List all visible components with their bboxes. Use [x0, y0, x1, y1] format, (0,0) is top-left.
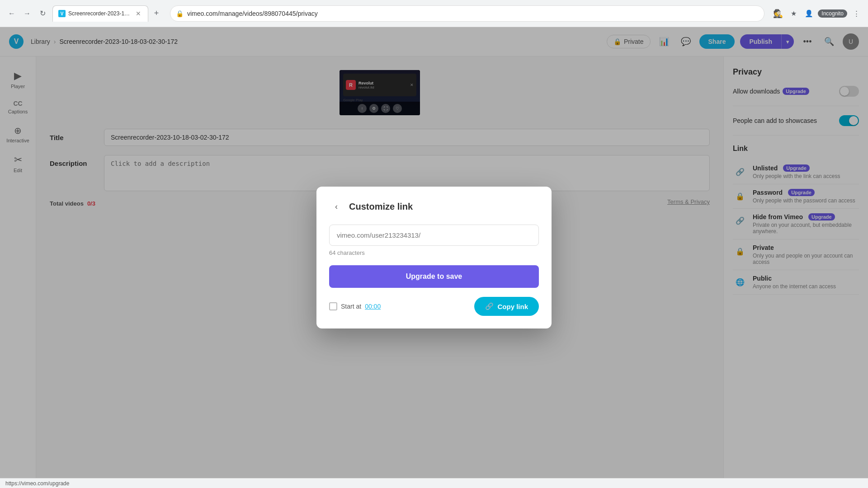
modal-header: ‹ Customize link — [329, 199, 539, 214]
reload-button[interactable]: ↻ — [36, 7, 49, 20]
customize-link-input[interactable] — [329, 225, 539, 246]
start-at-label: Start at — [341, 303, 361, 310]
upgrade-to-save-button[interactable]: Upgrade to save — [329, 265, 539, 288]
address-bar-container: 🔒 — [170, 5, 764, 22]
modal-title: Customize link — [349, 202, 413, 212]
back-chevron-icon: ‹ — [335, 202, 338, 211]
more-browser-button[interactable]: ⋮ — [850, 7, 863, 20]
tab-bar: V Screenrecorder-2023-10-18-03 ✕ + — [52, 5, 163, 22]
start-time-link[interactable]: 00:00 — [365, 303, 381, 310]
lock-icon: 🔒 — [176, 10, 184, 17]
browser-chrome: ← → ↻ V Screenrecorder-2023-10-18-03 ✕ +… — [0, 0, 868, 27]
modal-overlay[interactable]: ‹ Customize link 64 characters Upgrade t… — [0, 27, 868, 488]
status-bar-url: https://vimeo.com/upgrade — [5, 480, 69, 487]
tab-close-button[interactable]: ✕ — [134, 9, 142, 18]
bookmark-button[interactable]: ★ — [787, 7, 800, 20]
active-tab[interactable]: V Screenrecorder-2023-10-18-03 ✕ — [52, 5, 148, 22]
forward-button[interactable]: → — [21, 7, 33, 20]
incognito-badge: Incognito — [818, 9, 847, 18]
address-bar-input[interactable] — [187, 10, 759, 17]
browser-profile-button[interactable]: 👤 — [802, 7, 815, 20]
app: V Library › Screenrecorder-2023-10-18-03… — [0, 27, 868, 488]
incognito-icon: 🕵 — [772, 7, 784, 20]
tab-title: Screenrecorder-2023-10-18-03 — [68, 10, 132, 17]
start-at-row: Start at 00:00 — [329, 302, 381, 310]
copy-link-button[interactable]: 🔗 Copy link — [474, 297, 539, 316]
char-count: 64 characters — [329, 249, 539, 256]
copy-link-icon: 🔗 — [485, 302, 494, 310]
browser-actions: 🕵 ★ 👤 Incognito ⋮ — [772, 7, 863, 20]
upgrade-save-label: Upgrade to save — [406, 272, 462, 280]
incognito-label: Incognito — [821, 10, 844, 17]
modal-footer: Start at 00:00 🔗 Copy link — [329, 297, 539, 316]
tab-favicon: V — [58, 10, 66, 17]
status-bar: https://vimeo.com/upgrade — [0, 478, 868, 488]
customize-link-modal: ‹ Customize link 64 characters Upgrade t… — [316, 187, 552, 328]
new-tab-button[interactable]: + — [150, 7, 163, 20]
start-at-checkbox[interactable] — [329, 302, 337, 310]
browser-nav-controls: ← → ↻ — [5, 7, 49, 20]
copy-link-label: Copy link — [497, 303, 528, 310]
modal-back-button[interactable]: ‹ — [329, 199, 344, 214]
back-button[interactable]: ← — [5, 7, 18, 20]
